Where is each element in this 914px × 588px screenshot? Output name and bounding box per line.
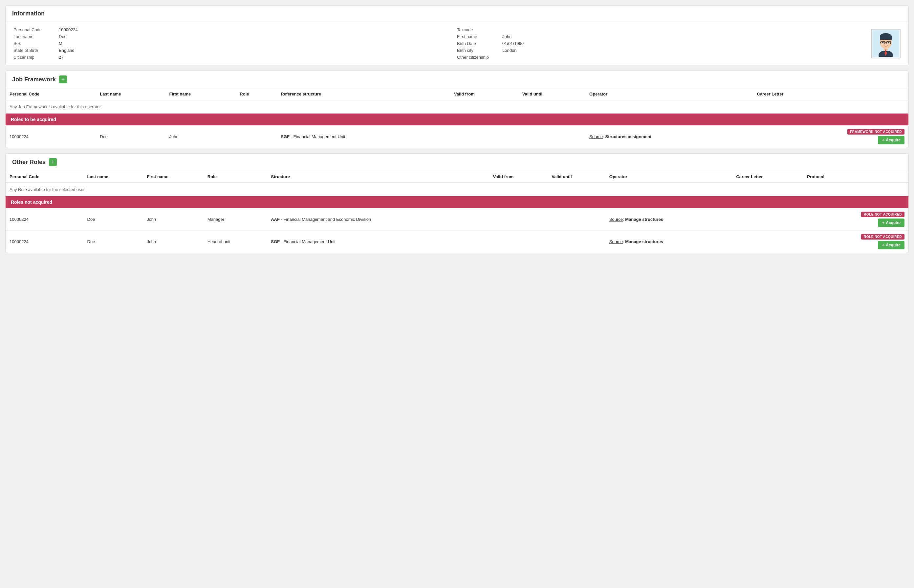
th-or-valid-from: Valid from bbox=[489, 171, 548, 183]
label-sex: Sex bbox=[13, 41, 56, 46]
th-valid-until: Valid until bbox=[518, 88, 586, 100]
other-role-row-2: 10000224 Doe John Head of unit SGF - Fin… bbox=[6, 231, 908, 253]
svg-point-12 bbox=[888, 42, 890, 43]
info-row-last-name: Last name Doe bbox=[13, 34, 457, 39]
th-first-name: First name bbox=[165, 88, 236, 100]
jf-action-cell: FRAMEWORK NOT ACQUIRED Acquire bbox=[753, 126, 909, 148]
information-header: Information bbox=[6, 6, 908, 22]
value-last-name: Doe bbox=[59, 34, 66, 39]
info-col-right: Taxcode - First name John Birth Date 01/… bbox=[457, 27, 901, 60]
job-framework-add-button[interactable]: + bbox=[59, 76, 67, 83]
info-row-state-of-birth: State of Birth England bbox=[13, 48, 457, 53]
value-state-of-birth: England bbox=[59, 48, 74, 53]
job-framework-tbody: Any Job Framework is available for this … bbox=[6, 100, 908, 148]
jf-role bbox=[236, 126, 277, 148]
info-row-birth-city: Birth city London bbox=[457, 48, 901, 53]
label-taxcode: Taxcode bbox=[457, 27, 500, 32]
or1-source-value: Manage structures bbox=[625, 217, 663, 222]
th-or-personal-code: Personal Code bbox=[6, 171, 83, 183]
or2-first-name: John bbox=[143, 231, 204, 253]
value-birth-city: London bbox=[502, 48, 516, 53]
or1-structure: AAF - Financial Management and Economic … bbox=[267, 208, 489, 231]
jf-valid-until bbox=[518, 126, 586, 148]
value-personal-code: 10000224 bbox=[59, 27, 78, 32]
other-roles-header: Other Roles + bbox=[6, 153, 908, 171]
roles-not-acquired-label: Roles not acquired bbox=[6, 196, 908, 208]
roles-to-be-acquired-header: Roles to be acquired bbox=[6, 113, 908, 126]
or1-valid-until bbox=[548, 208, 605, 231]
label-state-of-birth: State of Birth bbox=[13, 48, 56, 53]
or2-action-cell: ROLE NOT ACQUIRED Acquire bbox=[803, 231, 908, 253]
th-role: Role bbox=[236, 88, 277, 100]
other-roles-thead: Personal Code Last name First name Role … bbox=[6, 171, 908, 183]
or2-badge-container: ROLE NOT ACQUIRED bbox=[807, 234, 904, 241]
label-first-name: First name bbox=[457, 34, 500, 39]
th-or-operator: Operator bbox=[605, 171, 733, 183]
svg-rect-5 bbox=[880, 36, 892, 40]
job-framework-empty-message: Any Job Framework is available for this … bbox=[6, 100, 908, 113]
roles-to-be-acquired-label: Roles to be acquired bbox=[6, 113, 908, 126]
or2-personal-code: 10000224 bbox=[6, 231, 83, 253]
or2-acquire-button[interactable]: Acquire bbox=[878, 241, 904, 249]
jf-first-name: John bbox=[165, 126, 236, 148]
info-row-first-name: First name John bbox=[457, 34, 901, 39]
other-roles-empty-row: Any Role available for the selected user bbox=[6, 183, 908, 196]
jf-acquire-button[interactable]: Acquire bbox=[878, 136, 904, 144]
or1-acquire-button[interactable]: Acquire bbox=[878, 218, 904, 227]
other-roles-table: Personal Code Last name First name Role … bbox=[6, 171, 908, 253]
jf-personal-code: 10000224 bbox=[6, 126, 96, 148]
information-card: Information Personal Code 10000224 Last … bbox=[5, 5, 909, 65]
job-framework-header-row: Personal Code Last name First name Role … bbox=[6, 88, 908, 100]
th-career-letter: Career Letter bbox=[753, 88, 909, 100]
th-or-protocol: Protocol bbox=[803, 171, 908, 183]
th-or-career-letter: Career Letter bbox=[732, 171, 803, 183]
roles-not-acquired-header: Roles not acquired bbox=[6, 196, 908, 208]
or2-source-link[interactable]: Source bbox=[609, 239, 623, 244]
other-role-row-1: 10000224 Doe John Manager AAF - Financia… bbox=[6, 208, 908, 231]
job-framework-title: Job Framework bbox=[12, 76, 56, 83]
info-col-left: Personal Code 10000224 Last name Doe Sex… bbox=[13, 27, 457, 60]
jf-source-link[interactable]: Source bbox=[589, 134, 603, 139]
or2-source-value: Manage structures bbox=[625, 239, 663, 244]
other-roles-empty-message: Any Role available for the selected user bbox=[6, 183, 908, 196]
other-roles-header-row: Personal Code Last name First name Role … bbox=[6, 171, 908, 183]
other-roles-table-container: Personal Code Last name First name Role … bbox=[6, 171, 908, 253]
other-roles-add-button[interactable]: + bbox=[49, 158, 57, 166]
or2-role: Head of unit bbox=[204, 231, 267, 253]
value-sex: M bbox=[59, 41, 62, 46]
job-framework-card: Job Framework + Personal Code Last name … bbox=[5, 71, 909, 148]
th-or-structure: Structure bbox=[267, 171, 489, 183]
svg-point-11 bbox=[882, 42, 883, 43]
info-row-taxcode: Taxcode - bbox=[457, 27, 901, 32]
job-framework-table-container: Personal Code Last name First name Role … bbox=[6, 88, 908, 148]
or2-last-name: Doe bbox=[83, 231, 143, 253]
or2-valid-until bbox=[548, 231, 605, 253]
label-birth-city: Birth city bbox=[457, 48, 500, 53]
jf-source-value: Structures assignment bbox=[605, 134, 652, 139]
or1-source-link[interactable]: Source bbox=[609, 217, 623, 222]
other-roles-tbody: Any Role available for the selected user… bbox=[6, 183, 908, 253]
information-title: Information bbox=[12, 10, 45, 17]
job-framework-row: 10000224 Doe John SGF - Financial Manage… bbox=[6, 126, 908, 148]
label-citizenship: Citizenship bbox=[13, 55, 56, 60]
avatar bbox=[871, 29, 901, 58]
th-operator: Operator bbox=[586, 88, 753, 100]
or2-valid-from bbox=[489, 231, 548, 253]
label-personal-code: Personal Code bbox=[13, 27, 56, 32]
or1-action-cell: ROLE NOT ACQUIRED Acquire bbox=[803, 208, 908, 231]
job-framework-table: Personal Code Last name First name Role … bbox=[6, 88, 908, 148]
label-birth-date: Birth Date bbox=[457, 41, 500, 46]
jf-not-acquired-badge: FRAMEWORK NOT ACQUIRED bbox=[848, 129, 904, 134]
or1-operator: Source: Manage structures bbox=[605, 208, 733, 231]
or1-last-name: Doe bbox=[83, 208, 143, 231]
or2-not-acquired-badge: ROLE NOT ACQUIRED bbox=[861, 234, 904, 239]
other-roles-title: Other Roles bbox=[12, 159, 45, 166]
info-row-other-citizenship: Other citizenship bbox=[457, 55, 901, 60]
value-taxcode: - bbox=[502, 27, 504, 32]
or1-badge-container: ROLE NOT ACQUIRED bbox=[807, 212, 904, 218]
or2-structure: SGF - Financial Management Unit bbox=[267, 231, 489, 253]
job-framework-empty-row: Any Job Framework is available for this … bbox=[6, 100, 908, 113]
job-framework-thead: Personal Code Last name First name Role … bbox=[6, 88, 908, 100]
jf-badge-container: FRAMEWORK NOT ACQUIRED bbox=[757, 129, 905, 136]
or1-role: Manager bbox=[204, 208, 267, 231]
